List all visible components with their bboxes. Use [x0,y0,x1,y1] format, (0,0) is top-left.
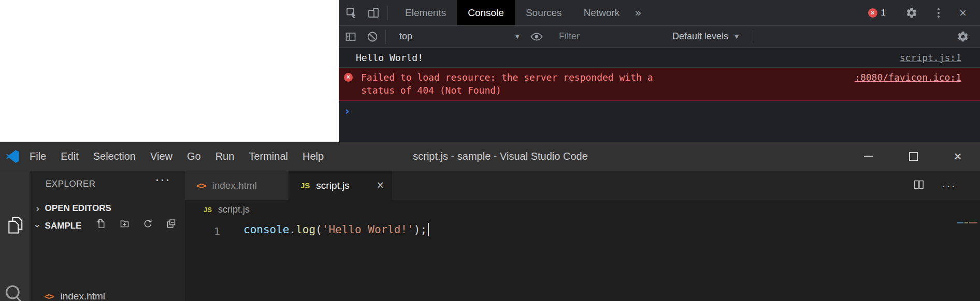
tab-close-icon[interactable]: × [377,179,384,191]
more-actions-icon[interactable]: ··· [155,172,170,188]
devtools-tab-network[interactable]: Network [573,0,631,25]
settings-gear-icon[interactable] [905,7,918,19]
tab-index-html[interactable]: <> index.html [185,171,289,200]
tab-script-js[interactable]: JS script.js × [289,171,392,200]
code-token: 'Hello World!' [322,223,414,236]
menu-file[interactable]: File [22,151,53,162]
code-line: console.log('Hello World!'); [243,223,429,236]
html-file-icon: <> [44,291,53,301]
frame-context-selector[interactable]: top ▼ [399,31,520,42]
open-editors-section[interactable]: › OPEN EDITORS [36,203,111,214]
explorer-sidebar: EXPLORER ··· › OPEN EDITORS › SAMPLE [30,171,185,301]
search-icon[interactable] [3,283,25,301]
devtools-tab-console[interactable]: Console [457,0,515,25]
tab-label: index.html [212,180,257,191]
menu-selection[interactable]: Selection [86,151,143,162]
code-token: log [296,223,315,236]
toolbar-divider [385,29,386,44]
code-editor[interactable]: 1 console.log('Hello World!'); [185,219,980,301]
frame-context-value: top [399,31,412,42]
code-token: ); [414,223,427,236]
devtools-toolbar-right: × 1 × [868,0,980,25]
live-expression-eye-icon[interactable] [530,30,543,43]
console-error-row: × Failed to load resource: the server re… [339,68,980,101]
inspect-element-icon[interactable] [344,5,359,21]
console-filter-input[interactable] [558,31,666,42]
editor-tabs: <> index.html JS script.js × [185,171,980,200]
folder-label: SAMPLE [45,221,82,231]
refresh-explorer-icon[interactable] [142,218,153,231]
toolbar-divider [753,29,753,44]
minimize-button[interactable] [846,142,891,171]
js-file-icon: JS [204,206,212,214]
close-icon: × [954,149,961,163]
menu-terminal[interactable]: Terminal [241,151,295,162]
vscode-window: File Edit Selection View Go Run Terminal… [0,142,980,301]
breadcrumb[interactable]: JS script.js [185,200,980,219]
error-icon: × [344,73,353,82]
console-output: Hello World! script.js:1 × Failed to loa… [339,48,980,117]
prompt-chevron-icon: › [345,106,350,117]
error-source-link[interactable]: :8080/favicon.ico:1 [855,71,961,84]
js-file-icon: JS [300,181,310,190]
collapse-folders-icon[interactable] [166,218,177,231]
window-controls: × [846,142,980,171]
maximize-icon [909,152,918,161]
error-line-2: status of 404 (Not Found) [361,84,653,97]
devtools-tab-sources[interactable]: Sources [515,0,573,25]
minimap-code-mark [969,222,977,223]
toolbar-divider [387,6,388,20]
devtools-main-toolbar: Elements Console Sources Network » × 1 × [339,0,980,26]
new-file-icon[interactable] [96,218,107,231]
editor-group: <> index.html JS script.js × [185,171,980,301]
text-cursor [428,223,429,236]
menu-view[interactable]: View [143,151,180,162]
menu-edit[interactable]: Edit [53,151,85,162]
html-file-icon: <> [196,180,206,191]
tab-label: script.js [316,180,349,191]
code-token: ( [315,223,322,236]
devtools-close-icon[interactable]: × [959,7,967,19]
close-button[interactable]: × [935,142,980,171]
error-count-badge[interactable]: × 1 [868,8,886,18]
new-folder-icon[interactable] [119,218,130,231]
chevron-down-icon: ▼ [734,33,739,40]
explorer-icon[interactable] [5,215,24,237]
editor-toolbar: ··· [913,171,956,200]
minimize-icon [864,156,873,157]
folder-section-sample[interactable]: › SAMPLE [36,220,81,232]
log-levels-dropdown[interactable]: Default levels ▼ [672,31,739,42]
file-item-index-html[interactable]: <> index.html [44,289,105,301]
chevron-down-icon: ▼ [515,33,520,40]
code-token: console [243,223,290,236]
console-settings-gear-icon[interactable] [956,30,970,43]
clear-console-icon[interactable] [366,30,379,43]
console-prompt[interactable]: › [339,101,980,117]
console-log-row: Hello World! script.js:1 [339,48,980,68]
vscode-titlebar: File Edit Selection View Go Run Terminal… [0,142,980,171]
devtools-tab-elements[interactable]: Elements [394,0,457,25]
device-toolbar-icon[interactable] [366,5,381,21]
minimap-code-mark [964,222,968,223]
error-line-1: Failed to load resource: the server resp… [361,71,653,84]
explorer-actions [96,218,177,231]
more-tabs-icon[interactable]: » [635,6,641,19]
menu-go[interactable]: Go [180,151,208,162]
console-sidebar-icon[interactable] [344,30,357,43]
file-name: index.html [60,291,105,301]
kebab-menu-icon[interactable] [938,8,940,18]
menu-bar: File Edit Selection View Go Run Terminal… [22,151,331,162]
menu-help[interactable]: Help [295,151,331,162]
maximize-button[interactable] [891,142,935,171]
split-editor-icon[interactable] [913,179,925,192]
log-source-link[interactable]: script.js:1 [900,52,961,63]
devtools-panel: Elements Console Sources Network » × 1 × [339,0,980,142]
vscode-logo-icon [6,149,20,163]
screen: Elements Console Sources Network » × 1 × [0,0,980,301]
minimap[interactable] [957,222,977,223]
log-levels-value: Default levels [672,31,728,42]
editor-more-actions-icon[interactable]: ··· [941,179,956,192]
console-error-message: Failed to load resource: the server resp… [361,71,653,97]
menu-run[interactable]: Run [208,151,242,162]
code-token: . [290,223,296,236]
